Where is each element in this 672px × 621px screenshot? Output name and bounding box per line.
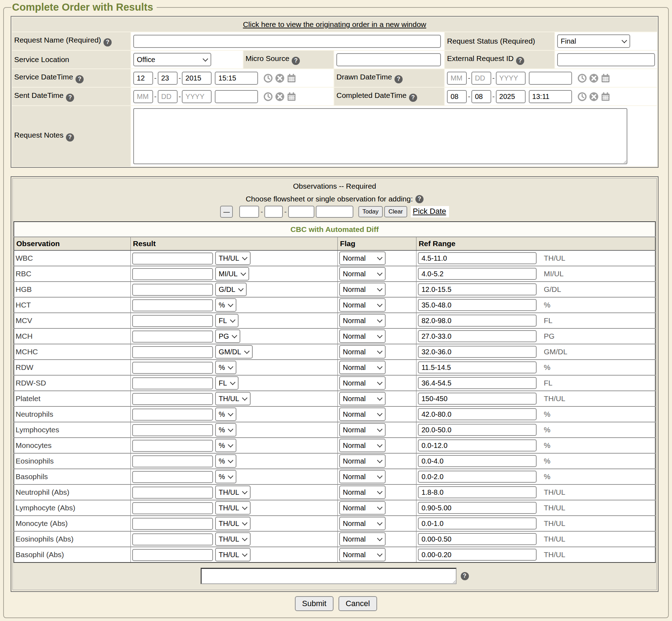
flag-select[interactable]: Normal [339,454,386,468]
sent-time-input[interactable] [215,90,258,103]
ref-range-input[interactable] [418,283,537,295]
result-input[interactable] [132,409,213,421]
service-time-input[interactable] [215,72,258,85]
result-input[interactable] [132,533,213,545]
flag-select[interactable]: Normal [339,267,386,281]
flag-select[interactable]: Normal [339,298,386,312]
result-input[interactable] [132,362,213,374]
clear-date-icon[interactable] [275,73,285,83]
flag-select[interactable]: Normal [339,314,386,327]
flag-select[interactable]: Normal [339,532,386,546]
result-unit-select[interactable]: % [215,407,236,421]
external-request-id-input[interactable] [557,53,655,66]
flag-select[interactable]: Normal [339,251,386,265]
clock-icon[interactable] [577,73,587,83]
result-input[interactable] [132,455,213,467]
result-input[interactable] [132,315,213,327]
result-input[interactable] [132,377,213,389]
result-input[interactable] [132,253,213,265]
service-location-select[interactable]: Office [133,53,211,66]
help-icon[interactable]: ? [415,195,424,203]
result-input[interactable] [132,393,213,405]
help-icon[interactable]: ? [461,572,469,580]
ref-range-input[interactable] [418,252,537,264]
flag-select[interactable]: Normal [339,283,386,296]
flag-select[interactable]: Normal [339,517,386,530]
result-unit-select[interactable]: % [215,470,236,483]
result-input[interactable] [132,471,213,483]
help-icon[interactable]: ? [394,75,403,83]
result-unit-select[interactable]: GM/DL [215,345,253,359]
drawn-month-input[interactable] [447,72,467,85]
result-unit-select[interactable]: TH/UL [215,532,251,546]
ref-range-input[interactable] [418,471,537,483]
flag-select[interactable]: Normal [339,439,386,452]
ref-range-input[interactable] [418,439,537,451]
ref-range-input[interactable] [418,330,537,342]
result-unit-select[interactable]: G/DL [215,283,247,296]
result-unit-select[interactable]: PG [215,329,240,343]
flowsheet-year-input[interactable] [288,206,314,218]
ref-range-input[interactable] [418,315,537,327]
result-unit-select[interactable]: TH/UL [215,548,251,561]
clock-icon[interactable] [263,73,273,83]
result-input[interactable] [132,299,213,311]
clear-button[interactable]: Clear [384,206,407,217]
completed-year-input[interactable] [496,90,526,103]
help-icon[interactable]: ? [66,133,74,142]
help-icon[interactable]: ? [516,57,524,65]
flowsheet-month-input[interactable] [239,206,259,218]
result-unit-select[interactable]: % [215,454,236,468]
help-icon[interactable]: ? [103,38,112,46]
flag-select[interactable]: Normal [339,407,386,421]
completed-time-input[interactable] [529,90,572,103]
result-unit-select[interactable]: MI/UL [215,267,249,281]
result-unit-select[interactable]: % [215,423,236,437]
ref-range-input[interactable] [418,361,537,373]
observation-comment-textarea[interactable] [201,568,457,584]
result-unit-select[interactable]: FL [215,314,239,327]
drawn-time-input[interactable] [529,72,572,85]
clock-icon[interactable] [577,92,587,101]
result-unit-select[interactable]: TH/UL [215,517,251,530]
clear-date-icon[interactable] [589,92,599,101]
help-icon[interactable]: ? [409,94,417,102]
help-icon[interactable]: ? [66,94,74,102]
cancel-button[interactable]: Cancel [338,596,377,611]
flowsheet-time-input[interactable] [316,206,353,218]
clear-date-icon[interactable] [589,73,599,83]
result-unit-select[interactable]: FL [215,376,239,390]
request-status-select[interactable]: Final [557,34,630,48]
clock-icon[interactable] [263,92,273,101]
calendar-icon[interactable] [287,92,296,101]
ref-range-input[interactable] [418,517,537,529]
result-unit-select[interactable]: TH/UL [215,501,251,515]
result-input[interactable] [132,331,213,343]
remove-observation-button[interactable]: — [220,206,233,218]
result-input[interactable] [132,346,213,358]
ref-range-input[interactable] [418,346,537,358]
service-day-input[interactable] [158,72,178,85]
submit-button[interactable]: Submit [295,596,333,611]
result-unit-select[interactable]: TH/UL [215,392,251,405]
flag-select[interactable]: Normal [339,361,386,374]
completed-month-input[interactable] [447,90,467,103]
ref-range-input[interactable] [418,533,537,545]
request-notes-textarea[interactable] [133,108,627,164]
flag-select[interactable]: Normal [339,486,386,499]
ref-range-input[interactable] [418,424,537,436]
result-unit-select[interactable]: % [215,361,236,374]
ref-range-input[interactable] [418,299,537,311]
today-button[interactable]: Today [358,206,383,217]
result-input[interactable] [132,549,213,561]
drawn-day-input[interactable] [471,72,491,85]
flag-select[interactable]: Normal [339,376,386,390]
completed-day-input[interactable] [471,90,491,103]
request-name-input[interactable] [133,35,441,48]
result-input[interactable] [132,440,213,452]
ref-range-input[interactable] [418,549,537,561]
flag-select[interactable]: Normal [339,501,386,515]
result-input[interactable] [132,424,213,436]
sent-year-input[interactable] [182,90,212,103]
sent-day-input[interactable] [158,90,178,103]
